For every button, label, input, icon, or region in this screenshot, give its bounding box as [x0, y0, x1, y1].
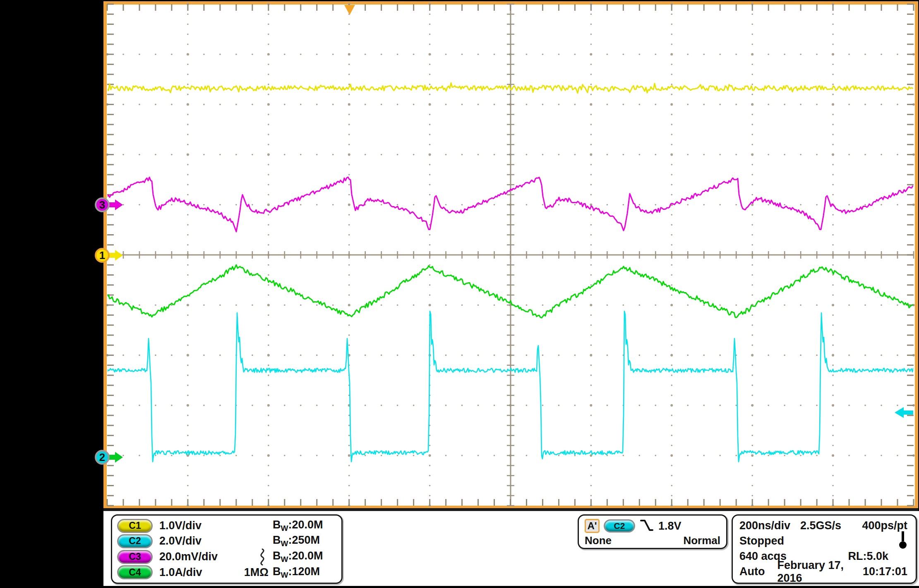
bandwidth-readout: BW:20.0M: [273, 550, 335, 564]
channel-scale: 1.0A/div: [159, 566, 202, 579]
channel-badge-c2[interactable]: C2: [117, 534, 153, 548]
channel-row-c1[interactable]: C1 1.0V/div BW:20.0M: [117, 518, 335, 533]
display-bottom-edge: [103, 508, 918, 511]
channel-badge-label: C1: [129, 520, 141, 531]
trigger-readout-box[interactable]: A' C2 1.8V None Normal: [578, 514, 727, 549]
channel-badge-c4[interactable]: C4: [117, 565, 153, 579]
trigger-mode-auto: Auto: [739, 565, 765, 578]
date-readout: February 17, 2016: [777, 559, 862, 585]
channel-badge-label: C4: [129, 567, 141, 578]
ac-coupling-icon: [258, 547, 267, 566]
channel-row-c2[interactable]: C2 2.0V/div BW:250M: [117, 533, 335, 549]
horizontal-scale: 200ns/div: [739, 519, 790, 532]
falling-edge-icon: [639, 518, 654, 534]
sample-rate: 2.5GS/s: [800, 519, 841, 532]
channel-scale: 1.0V/div: [159, 519, 202, 532]
acquisition-state: Stopped: [739, 535, 784, 547]
bandwidth-readout: BW:250M: [273, 534, 335, 548]
channel-scale: 20.0mV/div: [159, 550, 218, 563]
bandwidth-readout: BW:20.0M: [273, 518, 335, 533]
input-impedance: 1MΩ: [244, 566, 269, 579]
channel-scale: 2.0V/div: [159, 535, 202, 547]
trigger-source-label: C2: [614, 521, 625, 531]
trigger-level-readout: 1.8V: [658, 520, 681, 533]
trigger-bus-label: A': [587, 520, 597, 532]
channel-badge-c3[interactable]: C3: [117, 550, 153, 564]
trigger-mode: Normal: [683, 534, 720, 547]
time-readout: 10:17:01: [863, 565, 907, 578]
trigger-source-badge[interactable]: C2: [604, 519, 635, 533]
channel-badge-label: C3: [129, 551, 141, 562]
timebase-readout-box[interactable]: 200ns/div 2.5GS/s 400ps/pt Stopped 640 a…: [732, 514, 917, 584]
trigger-bus-badge[interactable]: A': [585, 519, 600, 533]
channel-row-c4[interactable]: C4 1.0A/div 1MΩ BW:120M: [117, 565, 335, 580]
bandwidth-readout: BW:120M: [273, 565, 335, 580]
trigger-holdoff: None: [585, 534, 612, 547]
channel-row-c3[interactable]: C3 20.0mV/div BW:20.0M: [117, 549, 335, 565]
channel-badge-label: C2: [129, 535, 141, 547]
waveform-display: [103, 1, 918, 509]
channel-readout-box[interactable]: C1 1.0V/div BW:20.0M C2 2.0V/div BW:250M…: [111, 514, 343, 584]
channel-badge-c1[interactable]: C1: [117, 519, 153, 533]
